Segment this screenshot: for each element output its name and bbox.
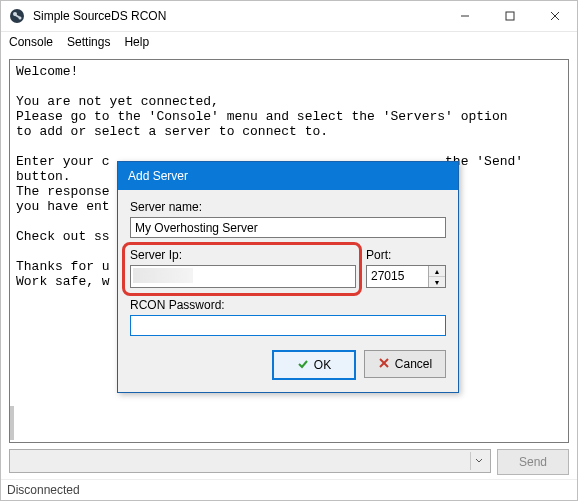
ip-port-row: Server Ip: Port: ▲ ▼ (130, 248, 446, 288)
dialog-buttons: OK Cancel (130, 350, 446, 380)
window-controls (442, 2, 577, 31)
cancel-label: Cancel (395, 357, 432, 371)
statusbar: Disconnected (1, 479, 577, 500)
server-ip-input[interactable] (130, 265, 356, 288)
port-label: Port: (366, 248, 446, 262)
chevron-down-icon[interactable] (470, 452, 487, 470)
rcon-password-label: RCON Password: (130, 298, 446, 312)
status-text: Disconnected (7, 483, 80, 497)
server-name-input[interactable] (130, 217, 446, 238)
dialog-title: Add Server (118, 162, 458, 190)
server-name-field: Server name: (130, 200, 446, 238)
menu-settings[interactable]: Settings (67, 35, 110, 49)
redacted-ip-icon (133, 268, 193, 283)
x-icon (378, 357, 390, 372)
dialog-body: Server name: Server Ip: Port: ▲ (118, 190, 458, 392)
check-icon (297, 358, 309, 373)
rcon-password-input[interactable] (130, 315, 446, 336)
minimize-button[interactable] (442, 2, 487, 31)
svg-rect-5 (506, 12, 514, 20)
ok-label: OK (314, 358, 331, 372)
port-input[interactable] (367, 266, 428, 285)
command-input-row: Send (9, 449, 569, 475)
menubar: Console Settings Help (1, 32, 577, 55)
main-window: Simple SourceDS RCON Console Settings He… (0, 0, 578, 501)
maximize-button[interactable] (487, 2, 532, 31)
port-spinner[interactable]: ▲ ▼ (366, 265, 446, 288)
ok-button[interactable]: OK (272, 350, 356, 380)
close-button[interactable] (532, 2, 577, 31)
add-server-dialog: Add Server Server name: Server Ip: Port: (117, 161, 459, 393)
server-name-label: Server name: (130, 200, 446, 214)
spinner-down-icon[interactable]: ▼ (429, 277, 445, 287)
cancel-button[interactable]: Cancel (364, 350, 446, 378)
send-button[interactable]: Send (497, 449, 569, 475)
port-field: Port: ▲ ▼ (366, 248, 446, 288)
scroll-handle[interactable] (10, 406, 14, 440)
server-ip-label: Server Ip: (130, 248, 356, 262)
spinner-up-icon[interactable]: ▲ (429, 266, 445, 277)
spinner-arrows: ▲ ▼ (428, 266, 445, 287)
app-icon (9, 8, 25, 24)
menu-help[interactable]: Help (124, 35, 149, 49)
server-ip-field: Server Ip: (130, 248, 356, 288)
titlebar: Simple SourceDS RCON (1, 1, 577, 32)
window-title: Simple SourceDS RCON (33, 9, 442, 23)
rcon-password-field: RCON Password: (130, 298, 446, 336)
command-combo[interactable] (9, 449, 491, 473)
menu-console[interactable]: Console (9, 35, 53, 49)
